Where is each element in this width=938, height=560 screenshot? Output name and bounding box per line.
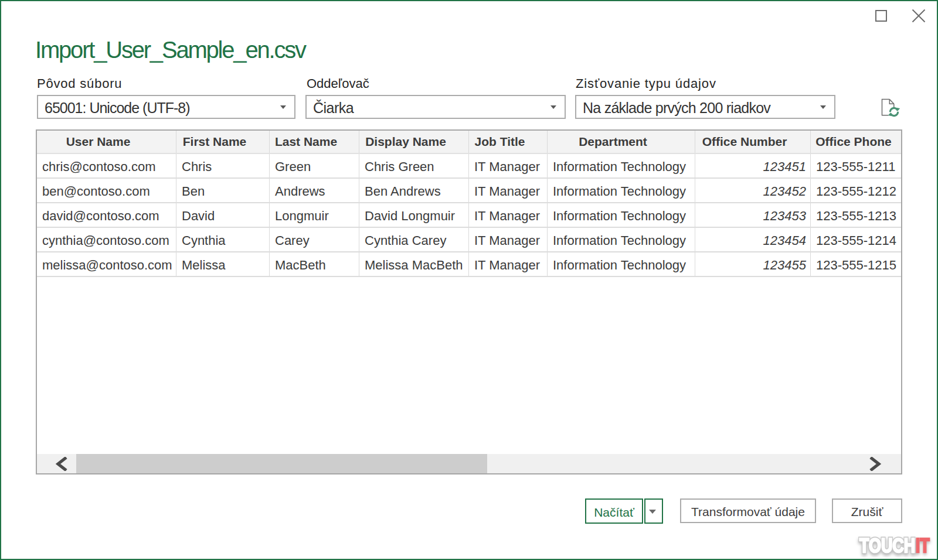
svg-text:TOUCH: TOUCH bbox=[859, 534, 915, 557]
svg-text:IT: IT bbox=[916, 534, 930, 557]
